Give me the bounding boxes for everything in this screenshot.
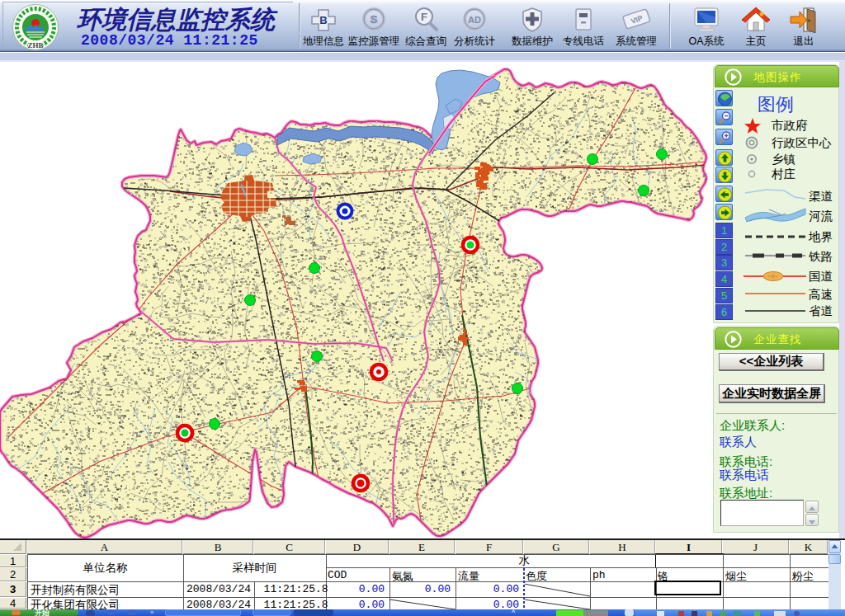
svg-text:ZHB: ZHB [27,41,43,49]
svg-text:S: S [371,13,378,26]
svg-text:F: F [421,11,427,23]
svg-text:B: B [319,14,327,26]
svg-text:AD: AD [468,15,481,25]
